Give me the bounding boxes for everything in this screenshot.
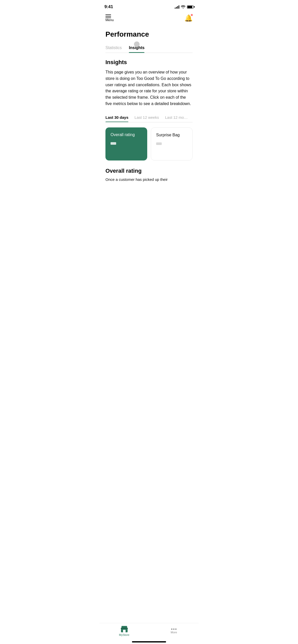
wifi-icon <box>181 5 185 9</box>
status-icons <box>175 5 194 9</box>
tab-avatar <box>134 41 140 47</box>
tab-insights[interactable]: Insights <box>129 43 144 53</box>
overall-rating-card[interactable]: Overall rating <box>105 127 147 160</box>
tab-30days[interactable]: Last 30 days <box>105 113 128 122</box>
metric-cards-row: Overall rating Surprise Bag <box>105 127 193 160</box>
signal-icon <box>175 5 179 9</box>
surprise-bag-card[interactable]: Surprise Bag <box>151 127 193 160</box>
surprise-bag-label: Surprise Bag <box>156 133 187 137</box>
tab-statistics[interactable]: Statistics <box>105 43 122 53</box>
notification-badge <box>191 14 193 16</box>
status-bar: 9:41 <box>99 0 199 12</box>
status-time: 9:41 <box>104 4 113 9</box>
insights-title: Insights <box>105 59 193 66</box>
notification-button[interactable]: 🔔 <box>184 14 193 22</box>
menu-button[interactable]: Menu <box>105 14 114 22</box>
overall-rating-label: Overall rating <box>111 133 142 137</box>
time-period-tabs: Last 30 days Last 12 weeks Last 12 mo… <box>105 113 193 122</box>
overall-rating-section-desc: Once a customer has picked up their <box>105 177 193 183</box>
overall-rating-value <box>111 142 116 145</box>
page-title: Performance <box>105 30 193 38</box>
menu-label: Menu <box>105 18 114 22</box>
insights-description: This page gives you an overview of how y… <box>105 69 193 107</box>
hamburger-icon <box>105 14 114 18</box>
tab-12months[interactable]: Last 12 mo… <box>165 113 188 122</box>
surprise-bag-value <box>156 142 162 145</box>
page-content: Performance Statistics Insights Insights… <box>99 26 199 182</box>
tab-12weeks[interactable]: Last 12 weeks <box>134 113 159 122</box>
header: Menu 🔔 <box>99 12 199 26</box>
battery-icon <box>187 5 194 9</box>
main-tabs: Statistics Insights <box>105 43 193 53</box>
overall-rating-section-title: Overall rating <box>105 168 193 174</box>
